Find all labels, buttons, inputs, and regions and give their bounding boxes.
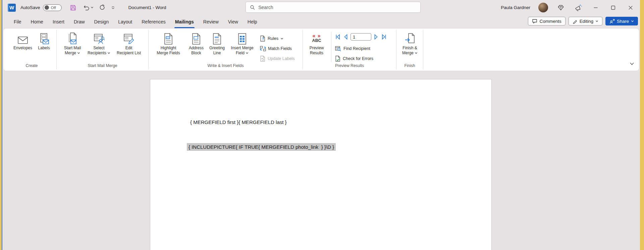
match-fields-button[interactable]: Match Fields [260,45,292,53]
update-labels-button[interactable]: Update Labels [260,55,295,63]
document-canvas[interactable]: { MERGEFIELD first }{ MERGEFIELD last } … [2,71,640,250]
group-label-write-insert-fields: Write & Insert Fields [149,63,303,68]
address-block-button[interactable]: Address Block [186,32,206,56]
share-button[interactable]: Share [605,17,638,25]
rules-chevron-icon [280,38,283,40]
document-page[interactable]: { MERGEFIELD first }{ MERGEFIELD last } … [150,79,492,250]
autosave-toggle[interactable]: Off [43,4,62,11]
find-recipient-icon [335,46,341,52]
insert-merge-field-button[interactable]: Insert Merge Field [228,32,257,56]
envelope-icon [17,36,28,45]
comments-button[interactable]: Comments [528,17,565,25]
megaphone-icon [574,4,582,12]
close-icon [628,5,633,10]
word-logo-icon[interactable]: W [8,4,16,12]
undo-icon [83,5,90,11]
ribbon-group-finish: Finish & Merge Finish [396,30,423,69]
finish-merge-button[interactable]: Finish & Merge [399,32,421,56]
user-avatar[interactable] [538,3,548,12]
select-recipients-button[interactable]: Select Recipients [86,32,112,56]
greeting-line-button[interactable]: Greeting Line [208,32,226,56]
edit-recipient-list-button[interactable]: Edit Recipient List [113,32,145,56]
greeting-line-icon [212,33,222,45]
merge-field-includepicture-line[interactable]: { INCLUDEPICTURE{ IF TRUE{ MERGEFIELD ph… [187,143,336,151]
customize-toolbar-chevron-icon [111,6,115,9]
collapse-ribbon-button[interactable] [630,62,634,65]
match-fields-icon [260,46,266,52]
start-mail-merge-chevron-icon [77,52,80,54]
desktop-background: W AutoSave Off [0,0,644,250]
feedback-button[interactable] [574,3,583,12]
search-input[interactable] [258,5,416,10]
check-for-errors-button[interactable]: Check for Errors [335,55,373,63]
premium-button[interactable] [556,3,566,12]
tab-review[interactable]: Review [199,15,223,28]
customize-toolbar-button[interactable] [111,6,115,9]
redo-icon [99,4,106,11]
title-bar: W AutoSave Off [2,0,640,15]
toggle-knob [45,5,49,10]
minimize-icon [593,5,598,10]
rules-icon: ? [260,36,266,42]
redo-button[interactable] [99,4,106,11]
svg-text:?: ? [262,37,264,41]
tab-layout[interactable]: Layout [113,15,137,28]
insert-merge-field-icon [237,33,247,45]
start-mail-merge-button[interactable]: Start Mail Merge [61,32,84,56]
edit-recipient-list-icon [123,33,135,45]
quick-access-toolbar: W AutoSave Off [2,3,166,12]
tab-references[interactable]: References [137,15,170,28]
last-record-icon [381,34,387,40]
preview-results-button[interactable]: « » ABC Preview Results [306,32,327,56]
comments-icon [532,19,537,24]
tab-design[interactable]: Design [90,15,114,28]
maximize-button[interactable] [608,3,618,12]
first-record-button[interactable] [334,34,341,40]
undo-button[interactable] [83,5,94,11]
group-label-finish: Finish [396,63,423,68]
close-button[interactable] [626,3,635,12]
autosave-label: AutoSave [20,5,40,10]
preview-results-icon-text: ABC [312,39,321,43]
labels-button[interactable]: Labels [35,32,53,51]
group-inner-separator [331,32,331,62]
last-record-button[interactable] [381,34,387,40]
pencil-icon [573,19,578,24]
next-record-button[interactable] [373,34,379,40]
share-dropdown-chevron-icon [631,20,634,22]
save-button[interactable] [68,3,78,12]
find-recipient-button[interactable]: Find Recipient [335,45,370,53]
ribbon-tab-row: File Home Insert Draw Design Layout Refe… [2,15,640,28]
next-record-icon [373,34,379,40]
editing-mode-button[interactable]: Editing [569,17,602,25]
autosave-state: Off [51,6,56,10]
ribbon-group-create: Envelopes Labels Create [7,30,57,69]
minimize-button[interactable] [591,3,600,12]
editing-dropdown-chevron-icon [595,20,598,22]
previous-record-button[interactable] [342,34,349,40]
diamond-icon [557,4,565,11]
finish-merge-chevron-icon [415,52,418,54]
tab-file[interactable]: File [9,15,26,28]
insert-merge-field-chevron-icon [246,52,249,54]
tab-view[interactable]: View [223,15,243,28]
word-window: W AutoSave Off [2,0,640,250]
highlight-merge-fields-button[interactable]: Highlight Merge Fields [153,32,183,56]
envelopes-button[interactable]: Envelopes [12,32,33,51]
autosave-control[interactable]: AutoSave Off [20,4,62,11]
first-record-icon [334,34,341,40]
search-box[interactable] [246,2,421,13]
rules-button[interactable]: ? Rules [260,35,283,43]
tab-home[interactable]: Home [26,15,48,28]
user-name: Paula Gardner [501,5,530,10]
tab-draw[interactable]: Draw [69,15,90,28]
tab-insert[interactable]: Insert [48,15,69,28]
record-number-input[interactable] [351,33,371,41]
check-for-errors-icon [335,56,341,62]
undo-dropdown-chevron-icon [91,6,94,9]
tab-help[interactable]: Help [243,15,262,28]
tab-mailings[interactable]: Mailings [170,15,199,28]
ribbon-group-write-insert-fields: Highlight Merge Fields Address Block [149,30,303,69]
labels-icon [39,33,49,45]
merge-field-name-line[interactable]: { MERGEFIELD first }{ MERGEFIELD last } [190,119,287,125]
